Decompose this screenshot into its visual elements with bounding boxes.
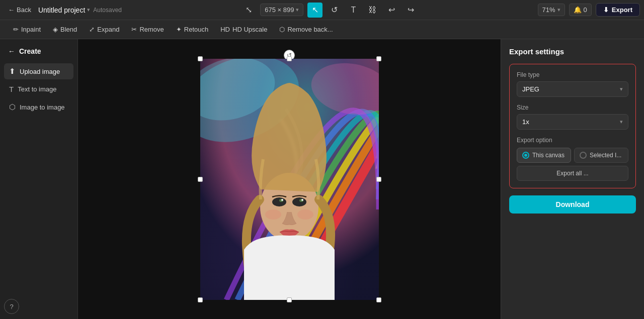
remove-back-tool[interactable]: ⬡ Remove back...: [274, 23, 338, 36]
project-name[interactable]: Untitled project ▾: [38, 6, 90, 14]
blend-tool[interactable]: ◈ Blend: [48, 23, 82, 36]
export-label: Export: [612, 6, 632, 14]
size-chevron-icon: ▾: [620, 119, 623, 125]
sidebar-item-image-to-image[interactable]: ⬡ Image to image: [4, 99, 73, 115]
tool-bar: ✏ Inpaint ◈ Blend ⤢ Expand ✂ Remove ✦ Re…: [0, 20, 644, 39]
svg-point-10: [292, 197, 306, 206]
zoom-level: 71%: [542, 6, 555, 14]
file-type-label: File type: [517, 71, 628, 78]
create-arrow-icon: ←: [8, 47, 15, 55]
handle-bottom-left[interactable]: [198, 297, 203, 302]
export-options-grid: This canvas Selected I...: [517, 148, 628, 163]
image-to-image-icon: ⬡: [9, 102, 16, 112]
redo-button[interactable]: ↪: [403, 3, 418, 18]
canvas-size-button[interactable]: 675 × 899 ▾: [260, 4, 303, 16]
file-type-value: JPEG: [522, 85, 539, 93]
sidebar: ← Create ⬆ Upload image T Text to image …: [0, 39, 78, 319]
inpaint-label: Inpaint: [21, 26, 41, 33]
expand-label: Expand: [97, 26, 119, 33]
selected-layers-option[interactable]: Selected I...: [574, 148, 628, 163]
back-button[interactable]: ← Back: [4, 4, 35, 16]
text-to-image-icon: T: [9, 85, 14, 93]
export-download-icon: ⬇: [603, 6, 609, 14]
handle-top-middle[interactable]: [287, 56, 292, 61]
select-tool-button[interactable]: ↖: [307, 3, 323, 18]
handle-top-right[interactable]: [376, 56, 381, 61]
retouch-tool[interactable]: ✦ Retouch: [171, 23, 213, 36]
autosaved-status: Autosaved: [93, 7, 122, 14]
export-all-label: Export all ...: [556, 170, 588, 177]
back-label: Back: [17, 6, 31, 14]
notification-count: 0: [584, 6, 587, 14]
this-canvas-option[interactable]: This canvas: [517, 148, 571, 163]
svg-point-14: [301, 199, 303, 201]
sidebar-image-to-image-label: Image to image: [20, 103, 65, 111]
file-type-select[interactable]: JPEG ▾: [517, 81, 628, 97]
blend-label: Blend: [60, 26, 77, 33]
export-option-label: Export option: [517, 137, 628, 144]
this-canvas-label: This canvas: [532, 152, 565, 159]
back-arrow-icon: ←: [8, 6, 15, 14]
sidebar-footer: ?: [4, 299, 73, 314]
project-name-text: Untitled project: [38, 6, 85, 14]
top-bar-right: 71% ▾ 🔔 0 ⬇ Export: [538, 3, 640, 17]
top-bar-left: ← Back Untitled project ▾ Autosaved: [4, 4, 122, 16]
download-button[interactable]: Download: [509, 195, 636, 214]
undo-button[interactable]: ↩: [384, 3, 399, 18]
handle-top-left[interactable]: [198, 56, 203, 61]
file-type-section: File type JPEG ▾: [517, 71, 628, 97]
inpaint-icon: ✏: [13, 26, 19, 33]
zoom-control[interactable]: 71% ▾: [538, 4, 565, 16]
svg-point-15: [265, 209, 281, 220]
remove-tool[interactable]: ✂ Remove: [126, 23, 169, 36]
upload-image-icon: ⬆: [9, 67, 16, 76]
hd-upscale-label: HD Upscale: [232, 26, 267, 33]
size-value: 1x: [522, 118, 529, 126]
sidebar-text-to-image-label: Text to image: [18, 85, 56, 93]
canvas-size-text: 675 × 899: [265, 6, 294, 14]
help-button[interactable]: ?: [4, 299, 19, 314]
selected-layers-radio: [580, 152, 587, 159]
top-bar: ← Back Untitled project ▾ Autosaved ⤡ 67…: [0, 0, 644, 20]
expand-tool[interactable]: ⤢ Expand: [84, 23, 124, 36]
sidebar-upload-image-label: Upload image: [20, 68, 60, 75]
svg-point-13: [281, 199, 283, 201]
handle-middle-left[interactable]: [198, 177, 203, 182]
canvas-image: [200, 59, 379, 300]
text-tool-button[interactable]: T: [346, 3, 361, 18]
inpaint-tool[interactable]: ✏ Inpaint: [8, 23, 46, 36]
file-type-chevron-icon: ▾: [620, 86, 623, 92]
hd-upscale-icon: HD: [220, 26, 230, 33]
sidebar-item-upload-image[interactable]: ⬆ Upload image: [4, 63, 73, 79]
retouch-label: Retouch: [184, 26, 208, 33]
top-bar-center: ⤡ 675 × 899 ▾ ↖ ↺ T ⛓ ↩ ↪: [126, 3, 534, 18]
canvas-area[interactable]: ↺: [78, 39, 501, 319]
link-tool-button[interactable]: ⛓: [365, 3, 380, 18]
create-label: Create: [19, 47, 41, 55]
export-panel: Export settings File type JPEG ▾ Size 1x…: [501, 39, 644, 319]
hd-upscale-tool[interactable]: HD HD Upscale: [215, 23, 272, 36]
handle-middle-right[interactable]: [376, 177, 381, 182]
handle-bottom-middle[interactable]: [287, 297, 292, 302]
canvas-size-chevron-icon: ▾: [296, 7, 299, 13]
remove-back-label: Remove back...: [287, 26, 333, 33]
handle-bottom-right[interactable]: [376, 297, 381, 302]
size-section: Size 1x ▾: [517, 104, 628, 130]
svg-point-9: [272, 197, 286, 206]
size-select[interactable]: 1x ▾: [517, 114, 628, 130]
export-button[interactable]: ⬇ Export: [596, 3, 640, 17]
canvas-image-container: ↺: [200, 59, 379, 300]
export-settings-box: File type JPEG ▾ Size 1x ▾ Export option: [509, 64, 636, 188]
create-button[interactable]: ← Create: [4, 44, 73, 58]
export-option-section: Export option This canvas Selected I... …: [517, 137, 628, 181]
resize-icon[interactable]: ⤡: [241, 3, 256, 18]
export-panel-title: Export settings: [509, 47, 636, 56]
zoom-chevron-icon: ▾: [557, 7, 560, 13]
sidebar-item-text-to-image[interactable]: T Text to image: [4, 81, 73, 97]
remove-back-icon: ⬡: [279, 26, 285, 33]
notification-button[interactable]: 🔔 0: [569, 4, 592, 16]
refresh-tool-button[interactable]: ↺: [327, 3, 342, 18]
remove-label: Remove: [139, 26, 164, 33]
retouch-icon: ✦: [176, 26, 182, 33]
export-all-button[interactable]: Export all ...: [517, 166, 628, 181]
